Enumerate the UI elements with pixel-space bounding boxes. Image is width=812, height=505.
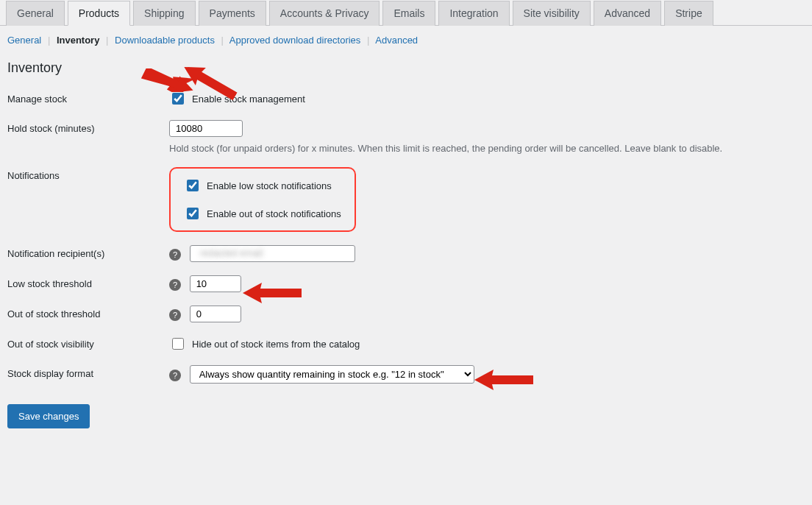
label-low-threshold: Low stock threshold <box>7 275 169 289</box>
tab-stripe[interactable]: Stripe <box>664 1 713 26</box>
row-recipients: Notification recipient(s) ? redacted ema… <box>7 245 805 262</box>
label-display-format: Stock display format <box>7 365 169 379</box>
row-oos-threshold: Out of stock threshold ? <box>7 306 805 322</box>
display-format-select[interactable]: Always show quantity remaining in stock … <box>190 365 474 384</box>
hold-stock-input[interactable] <box>169 120 243 137</box>
row-oos-visibility: Out of stock visibility Hide out of stoc… <box>7 336 805 352</box>
low-stock-notif-checkbox[interactable] <box>187 180 199 191</box>
manage-stock-checkbox[interactable] <box>172 93 184 105</box>
manage-stock-checkbox-label[interactable]: Enable stock management <box>169 91 305 107</box>
svg-marker-4 <box>474 370 533 390</box>
notifications-highlight-box: Enable low stock notifications Enable ou… <box>169 167 356 232</box>
subtab-inventory[interactable]: Inventory <box>57 35 100 46</box>
sub-tabs: General | Inventory | Downloadable produ… <box>0 32 812 54</box>
oos-visibility-checkbox[interactable] <box>172 338 184 350</box>
low-stock-notif-text: Enable low stock notifications <box>207 180 332 191</box>
page-title: Inventory <box>7 60 805 76</box>
main-tabs: General Products Shipping Payments Accou… <box>0 0 812 26</box>
separator: | <box>367 35 369 46</box>
label-recipients: Notification recipient(s) <box>7 245 169 259</box>
low-threshold-input[interactable] <box>190 275 241 292</box>
separator: | <box>221 35 224 46</box>
label-hold-stock: Hold stock (minutes) <box>7 120 169 134</box>
recipients-input[interactable] <box>190 245 355 262</box>
help-icon[interactable]: ? <box>169 309 181 321</box>
oos-notif-text: Enable out of stock notifications <box>207 208 341 219</box>
tab-general[interactable]: General <box>6 1 65 26</box>
separator: | <box>48 35 50 46</box>
label-oos-threshold: Out of stock threshold <box>7 306 169 319</box>
low-stock-notif-label[interactable]: Enable low stock notifications <box>184 177 341 194</box>
row-notifications: Notifications Enable low stock notificat… <box>7 167 805 232</box>
label-manage-stock: Manage stock <box>7 91 169 105</box>
oos-visibility-label[interactable]: Hide out of stock items from the catalog <box>169 336 360 352</box>
hold-stock-description: Hold stock (for unpaid orders) for x min… <box>169 143 805 154</box>
row-manage-stock: Manage stock Enable stock management <box>7 91 805 107</box>
tab-products[interactable]: Products <box>68 1 130 26</box>
svg-marker-3 <box>243 283 302 303</box>
oos-threshold-input[interactable] <box>190 306 241 322</box>
manage-stock-text: Enable stock management <box>192 93 305 105</box>
subtab-downloadable[interactable]: Downloadable products <box>115 35 215 46</box>
oos-notif-label[interactable]: Enable out of stock notifications <box>184 205 341 222</box>
row-low-threshold: Low stock threshold ? <box>7 275 805 292</box>
help-icon[interactable]: ? <box>169 249 181 261</box>
subtab-general[interactable]: General <box>7 35 41 46</box>
label-oos-visibility: Out of stock visibility <box>7 336 169 350</box>
tab-accounts-privacy[interactable]: Accounts & Privacy <box>269 1 380 26</box>
subtab-advanced[interactable]: Advanced <box>375 35 418 46</box>
tab-advanced[interactable]: Advanced <box>594 1 661 26</box>
tab-integration[interactable]: Integration <box>438 1 509 26</box>
settings-form: Manage stock Enable stock management Hol… <box>0 91 812 384</box>
tab-payments[interactable]: Payments <box>199 1 266 26</box>
tab-shipping[interactable]: Shipping <box>133 1 196 26</box>
tab-site-visibility[interactable]: Site visibility <box>513 1 591 26</box>
annotation-arrow-icon <box>474 368 533 392</box>
help-icon[interactable]: ? <box>169 279 181 291</box>
subtab-approved-dirs[interactable]: Approved download directories <box>229 35 361 46</box>
save-changes-button[interactable]: Save changes <box>7 404 90 428</box>
row-hold-stock: Hold stock (minutes) Hold stock (for unp… <box>7 120 805 154</box>
oos-notif-checkbox[interactable] <box>187 208 199 219</box>
help-icon[interactable]: ? <box>169 370 181 381</box>
annotation-arrow-icon <box>243 281 302 305</box>
separator: | <box>106 35 108 46</box>
oos-visibility-text: Hide out of stock items from the catalog <box>192 339 360 350</box>
label-notifications: Notifications <box>7 167 169 181</box>
tab-emails[interactable]: Emails <box>382 1 435 26</box>
row-display-format: Stock display format ? Always show quant… <box>7 365 805 384</box>
submit-row: Save changes <box>0 397 812 436</box>
